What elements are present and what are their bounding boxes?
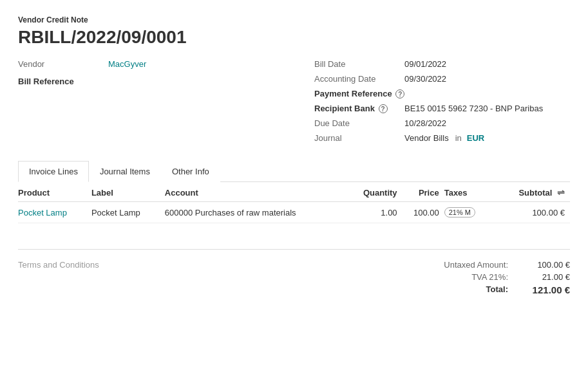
bill-date-label: Bill Date: [314, 59, 404, 69]
cell-subtotal: 100.00 €: [500, 202, 570, 223]
untaxed-amount-label: Untaxed Amount:: [435, 260, 518, 270]
tva-value: 21.00 €: [518, 272, 570, 282]
col-header-subtotal: Subtotal ⇌: [500, 182, 570, 202]
col-header-taxes: Taxes: [444, 182, 500, 202]
total-value: 121.00 €: [518, 284, 570, 295]
cell-quantity: 1.00: [346, 202, 403, 223]
due-date-value: 10/28/2022: [404, 118, 446, 128]
tva-row: TVA 21%: 21.00 €: [435, 272, 570, 282]
fields-right: Bill Date 09/01/2022 Accounting Date 09/…: [314, 59, 570, 148]
journal-in: in: [455, 133, 462, 143]
col-header-price: Price: [403, 182, 444, 202]
recipient-bank-label: Recipient Bank ?: [314, 104, 404, 113]
recipient-bank-help-icon[interactable]: ?: [379, 104, 388, 113]
col-header-label: Label: [91, 182, 165, 202]
due-date-label: Due Date: [314, 118, 404, 128]
invoice-table: Product Label Account Quantity Price Tax…: [18, 182, 570, 223]
vendor-label: Vendor: [18, 59, 108, 69]
journal-value: Vendor Bills: [404, 133, 449, 143]
payment-reference-row: Payment Reference ?: [314, 89, 570, 98]
tva-label: TVA 21%:: [435, 272, 518, 282]
bill-date-value: 09/01/2022: [404, 59, 446, 69]
fields-left: Vendor MacGyver Bill Reference: [18, 59, 314, 148]
tab-other-info[interactable]: Other Info: [161, 161, 220, 182]
accounting-date-row: Accounting Date 09/30/2022: [314, 74, 570, 84]
col-header-account: Account: [165, 182, 346, 202]
tab-invoice-lines[interactable]: Invoice Lines: [18, 161, 89, 182]
vendor-value[interactable]: MacGyver: [108, 59, 146, 69]
fields-section: Vendor MacGyver Bill Reference Bill Date…: [18, 59, 570, 148]
product-link[interactable]: Pocket Lamp: [18, 208, 67, 217]
cell-product: Pocket Lamp: [18, 202, 91, 223]
table-header-row: Product Label Account Quantity Price Tax…: [18, 182, 570, 202]
subtotal-settings-icon[interactable]: ⇌: [557, 187, 565, 198]
document-type: Vendor Credit Note: [18, 15, 570, 24]
cell-price: 100.00: [403, 202, 444, 223]
journal-currency[interactable]: EUR: [467, 133, 484, 143]
payment-reference-help-icon[interactable]: ?: [395, 89, 404, 98]
bill-reference-row: Bill Reference: [18, 77, 314, 86]
col-header-product: Product: [18, 182, 91, 202]
col-header-quantity: Quantity: [346, 182, 403, 202]
document-title: RBILL/2022/09/0001: [18, 27, 570, 48]
cell-taxes: 21% M: [444, 202, 500, 223]
bill-date-row: Bill Date 09/01/2022: [314, 59, 570, 69]
accounting-date-label: Accounting Date: [314, 74, 404, 84]
footer-section: Terms and Conditions Untaxed Amount: 100…: [18, 249, 570, 298]
totals-section: Untaxed Amount: 100.00 € TVA 21%: 21.00 …: [435, 260, 570, 298]
journal-row: Journal Vendor Bills in EUR: [314, 133, 570, 143]
tax-badge: 21% M: [444, 207, 475, 217]
tab-journal-items[interactable]: Journal Items: [89, 161, 161, 182]
bill-reference-label: Bill Reference: [18, 77, 108, 86]
journal-label: Journal: [314, 133, 404, 143]
cell-label: Pocket Lamp: [91, 202, 165, 223]
recipient-bank-value: BE15 0015 5962 7230 - BNP Paribas: [404, 104, 543, 113]
due-date-row: Due Date 10/28/2022: [314, 118, 570, 128]
accounting-date-value: 09/30/2022: [404, 74, 446, 84]
recipient-bank-row: Recipient Bank ? BE15 0015 5962 7230 - B…: [314, 104, 570, 113]
table-row: Pocket Lamp Pocket Lamp 600000 Purchases…: [18, 202, 570, 223]
tabs-container: Invoice Lines Journal Items Other Info: [18, 161, 570, 182]
untaxed-amount-value: 100.00 €: [518, 260, 570, 270]
page: Vendor Credit Note RBILL/2022/09/0001 Ve…: [0, 0, 588, 313]
terms-conditions-label: Terms and Conditions: [18, 260, 99, 270]
payment-reference-label: Payment Reference ?: [314, 89, 404, 98]
untaxed-amount-row: Untaxed Amount: 100.00 €: [435, 260, 570, 270]
grand-total-row: Total: 121.00 €: [435, 284, 570, 295]
total-label: Total:: [435, 284, 518, 295]
cell-account: 600000 Purchases of raw materials: [165, 202, 346, 223]
vendor-row: Vendor MacGyver: [18, 59, 314, 69]
